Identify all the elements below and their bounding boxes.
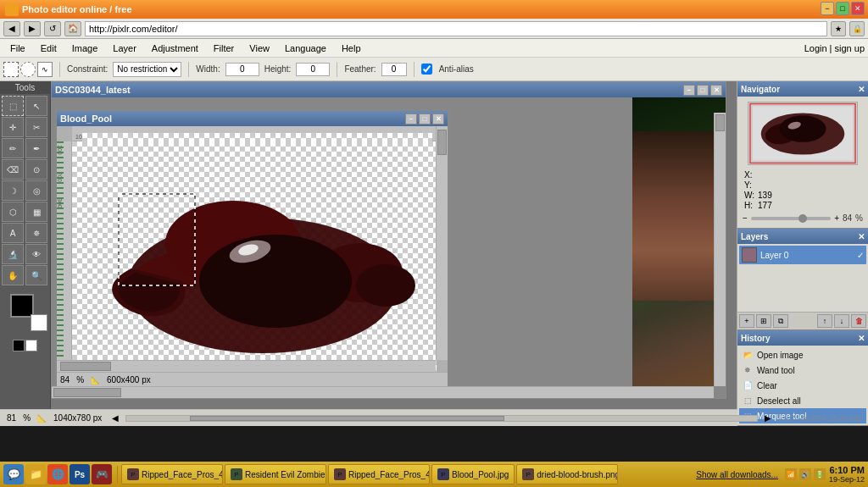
menu-layer[interactable]: Layer <box>106 42 143 55</box>
dsc-max-button[interactable]: □ <box>697 85 709 96</box>
clone-tool[interactable]: ⊙ <box>25 159 47 180</box>
layer-move-down-button[interactable]: ↓ <box>834 314 849 328</box>
text-tool[interactable]: A <box>2 223 24 243</box>
chat-icon[interactable]: 💬 <box>3 464 24 484</box>
taskbar-blood-pool[interactable]: P Blood_Pool.jpg <box>431 464 515 484</box>
h-scroll-thumb[interactable] <box>60 362 111 371</box>
feather-input[interactable] <box>381 63 407 76</box>
rect-shape-tool[interactable] <box>3 62 19 77</box>
browser-icon[interactable]: 🌐 <box>47 464 68 484</box>
dsc-h-thumb[interactable] <box>53 388 121 397</box>
maximize-button[interactable]: □ <box>836 2 849 15</box>
dsc-titlebar[interactable]: DSC03044_latest − □ ✕ <box>52 82 726 97</box>
dsc-v-thumb[interactable] <box>715 114 725 131</box>
menu-filter[interactable]: Filter <box>207 42 241 55</box>
layer-0-item[interactable]: Layer 0 ✓ <box>739 246 866 264</box>
show-downloads[interactable]: Show all downloads... <box>696 470 778 479</box>
blood-close-button[interactable]: ✕ <box>432 113 444 125</box>
lasso-tool[interactable]: ↖ <box>25 96 47 116</box>
dsc-close-button[interactable]: ✕ <box>710 85 722 96</box>
gradient-tool[interactable]: ▦ <box>25 202 47 222</box>
layer-move-up-button[interactable]: ↑ <box>817 314 832 328</box>
dodge-tool[interactable]: ☽ <box>2 180 24 201</box>
zoom-in-icon[interactable]: + <box>834 213 839 223</box>
layer-delete-button[interactable]: 🗑 <box>851 314 866 328</box>
minimize-button[interactable]: − <box>821 2 834 15</box>
nav-left-icon[interactable]: ◀ <box>112 413 119 423</box>
lasso-shape-tool[interactable]: ∿ <box>37 62 53 77</box>
red-eye-tool[interactable]: 👁 <box>25 244 47 264</box>
close-button[interactable]: ✕ <box>851 2 865 15</box>
reload-button[interactable]: ↺ <box>44 21 61 36</box>
bookmark-icon[interactable]: ★ <box>831 21 846 36</box>
height-input[interactable] <box>296 63 330 76</box>
h-scrollbar[interactable] <box>125 415 758 422</box>
zoom-out-icon[interactable]: − <box>743 213 748 223</box>
vertical-scrollbar[interactable] <box>436 126 448 360</box>
horizontal-scrollbar[interactable] <box>57 360 436 372</box>
taskbar-resident-evil[interactable]: P Resident Evil Zombie...jpg <box>225 464 326 484</box>
layer-duplicate-button[interactable]: ⧉ <box>773 314 788 328</box>
app-icon[interactable]: 🎮 <box>92 464 112 484</box>
home-button[interactable]: 🏠 <box>64 21 81 36</box>
zoom-thumb[interactable] <box>798 214 807 223</box>
ellipse-shape-tool[interactable] <box>20 62 36 77</box>
eyedropper-tool[interactable]: 🔬 <box>2 244 24 264</box>
history-clear[interactable]: 📄 Clear <box>739 378 866 393</box>
zoom-tool[interactable]: 🔍 <box>25 265 47 285</box>
blood-max-button[interactable]: □ <box>419 113 431 125</box>
forward-button[interactable]: ▶ <box>24 21 41 36</box>
layer-add-button[interactable]: + <box>739 314 754 328</box>
taskbar-ripped-face-2[interactable]: P Ripped_Face_Pros_4f....jpg <box>328 464 430 484</box>
v-scroll-thumb[interactable] <box>437 130 447 155</box>
url-input[interactable] <box>85 21 827 36</box>
history-close[interactable]: ✕ <box>858 334 865 343</box>
navigator-close[interactable]: ✕ <box>858 85 865 94</box>
crop-tool[interactable]: ✂ <box>25 117 47 137</box>
history-deselect[interactable]: ⬚ Deselect all <box>739 393 866 408</box>
h-scrollbar-thumb[interactable] <box>190 416 505 421</box>
paint-bucket-tool[interactable]: ⬡ <box>2 202 24 222</box>
security-icon[interactable]: 🔒 <box>849 21 865 36</box>
menu-help[interactable]: Help <box>335 42 368 55</box>
layer-group-button[interactable]: ⊞ <box>756 314 771 328</box>
blood-titlebar[interactable]: Blood_Pool − □ ✕ <box>57 111 448 126</box>
menu-edit[interactable]: Edit <box>34 42 64 55</box>
white-swatch[interactable] <box>25 340 37 351</box>
move-tool[interactable]: ✛ <box>2 117 24 137</box>
nav-right-icon[interactable]: ▶ <box>765 413 771 423</box>
blur-tool[interactable]: ◎ <box>25 180 47 201</box>
menu-file[interactable]: File <box>3 42 32 55</box>
menu-language[interactable]: Language <box>278 42 333 55</box>
marquee-tool[interactable]: ⬚ <box>2 96 24 116</box>
wand-tool[interactable]: ✵ <box>25 223 47 243</box>
history-open-image[interactable]: 📂 Open image <box>739 347 866 362</box>
history-panel: History ✕ 📂 Open image ✵ Wand tool 📄 Cle… <box>737 330 868 426</box>
menu-adjustment[interactable]: Adjustment <box>145 42 205 55</box>
layers-close[interactable]: ✕ <box>858 232 865 241</box>
antialias-checkbox[interactable] <box>421 64 432 75</box>
background-color[interactable] <box>31 314 47 331</box>
dsc-h-scroll[interactable] <box>52 386 714 398</box>
history-wand-tool[interactable]: ✵ Wand tool <box>739 362 866 378</box>
ps-icon[interactable]: Ps <box>70 464 90 484</box>
layer-0-visibility[interactable]: ✓ <box>857 251 864 260</box>
menu-view[interactable]: View <box>242 42 276 55</box>
blood-min-button[interactable]: − <box>405 113 417 125</box>
dsc-min-button[interactable]: − <box>683 85 695 96</box>
zoom-slider[interactable] <box>751 217 831 220</box>
taskbar-ripped-face-1[interactable]: P Ripped_Face_Pros_4f....jpg <box>121 464 223 484</box>
taskbar-dried-blood[interactable]: P dried-blood-brush.png <box>516 464 618 484</box>
constraint-select[interactable]: No restriction Square Fixed size <box>113 62 181 77</box>
feather-label: Feather: <box>344 64 376 74</box>
pencil-tool[interactable]: ✏ <box>2 138 24 158</box>
dsc-v-scroll[interactable] <box>714 113 726 386</box>
folder-icon[interactable]: 📁 <box>25 464 46 484</box>
back-button[interactable]: ◀ <box>3 21 20 36</box>
menu-image[interactable]: Image <box>65 42 105 55</box>
brush-tool[interactable]: ✒ <box>25 138 47 158</box>
eraser-tool[interactable]: ⌫ <box>2 159 24 180</box>
hand-tool[interactable]: ✋ <box>2 265 24 285</box>
black-swatch[interactable] <box>13 340 25 351</box>
width-input[interactable] <box>225 63 259 76</box>
